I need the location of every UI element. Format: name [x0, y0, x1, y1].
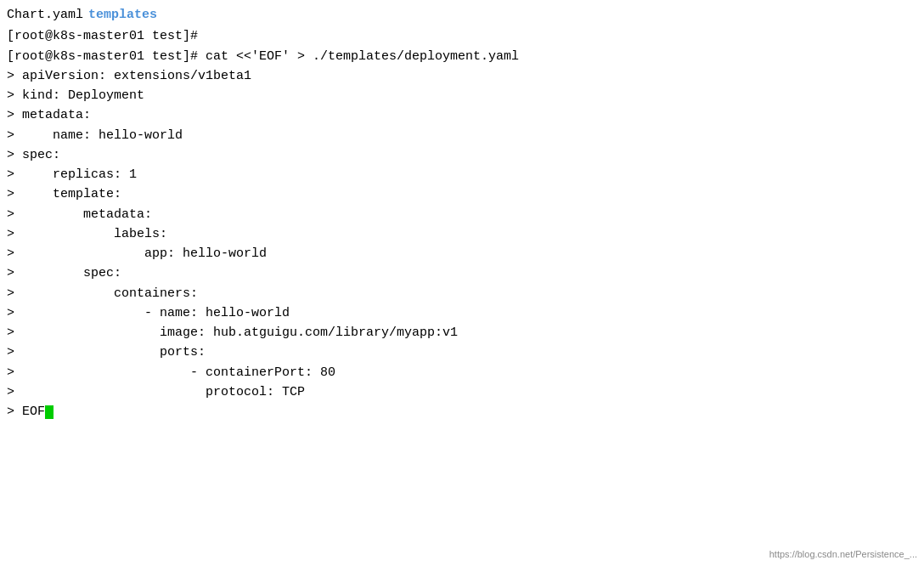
terminal-line: > labels:	[7, 224, 917, 244]
terminal-window: Chart.yaml templates [root@k8s-master01 …	[0, 0, 924, 566]
terminal-line: > kind: Deployment	[7, 86, 917, 105]
terminal-line: > containers:	[7, 284, 917, 303]
terminal-line: > spec:	[7, 145, 917, 165]
eof-text: > EOF	[7, 405, 45, 419]
terminal-line: > protocol: TCP	[7, 382, 917, 402]
terminal-line: > spec:	[7, 263, 917, 283]
terminal-line: > apiVersion: extensions/v1beta1	[7, 66, 917, 86]
terminal-line: > template:	[7, 184, 917, 204]
terminal-line: [root@k8s-master01 test]# cat <<'EOF' > …	[7, 47, 917, 66]
terminal-line: > metadata:	[7, 205, 917, 224]
terminal-line: > app: hello-world	[7, 244, 917, 263]
terminal-line: > name: hello-world	[7, 126, 917, 145]
terminal-line: > replicas: 1	[7, 165, 917, 184]
terminal-line: > metadata:	[7, 105, 917, 125]
breadcrumb-dir: templates	[88, 5, 157, 25]
terminal-line: > EOF	[7, 402, 917, 422]
cursor-block	[45, 405, 54, 419]
watermark: https://blog.csdn.net/Persistence_...	[769, 549, 917, 559]
terminal-line: > - containerPort: 80	[7, 363, 917, 382]
breadcrumb-file: Chart.yaml	[7, 5, 83, 25]
breadcrumb: Chart.yaml templates	[7, 5, 917, 25]
terminal-line: > ports:	[7, 342, 917, 362]
terminal-line: [root@k8s-master01 test]#	[7, 26, 917, 46]
terminal-content: [root@k8s-master01 test]#[root@k8s-maste…	[7, 26, 917, 422]
terminal-line: > image: hub.atguigu.com/library/myapp:v…	[7, 323, 917, 342]
terminal-line: > - name: hello-world	[7, 303, 917, 323]
